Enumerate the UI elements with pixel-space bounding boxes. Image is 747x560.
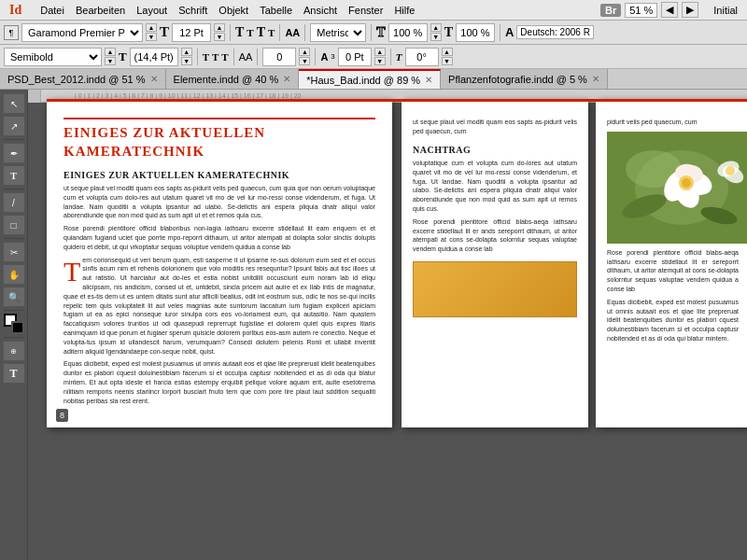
menu-fenster[interactable]: Fenster bbox=[343, 3, 388, 18]
zoom-tool[interactable]: 🔍 bbox=[3, 287, 25, 307]
T-icon-large: T bbox=[160, 24, 169, 40]
page-spread: Einiges zur aktuellen Kameratechnik Eini… bbox=[47, 99, 747, 427]
tracking-input[interactable] bbox=[262, 48, 296, 66]
T-icon-spaced3: T bbox=[257, 25, 265, 40]
font-style-arrows[interactable]: ▲ ▼ bbox=[146, 23, 157, 41]
pen-tool[interactable]: ✒ bbox=[3, 143, 25, 163]
font-size2-input[interactable] bbox=[130, 48, 178, 66]
scale-arrows[interactable]: ▲ ▼ bbox=[430, 23, 442, 41]
scissors-tool[interactable]: ✂ bbox=[3, 242, 25, 262]
tab-hausbad-label: *Haus_Bad.indd @ 89 % bbox=[306, 75, 420, 86]
rect-tool[interactable]: □ bbox=[3, 215, 25, 235]
tools-panel: ↖ ↗ ✒ T / □ ✂ ✋ 🔍 ⊕ T bbox=[0, 90, 28, 560]
superscript-icon: 3 bbox=[331, 52, 334, 61]
fill-stroke-indicator[interactable] bbox=[4, 314, 24, 334]
menu-objekt[interactable]: Objekt bbox=[213, 3, 254, 18]
T-icon-stretch: T bbox=[444, 25, 453, 40]
tab-pflanzen[interactable]: Pflanzenfotografie.indd @ 5 % ✕ bbox=[441, 69, 608, 89]
menu-bar: Id Datei Bearbeiten Layout Schrift Objek… bbox=[0, 0, 747, 21]
menu-hilfe[interactable]: Hilfe bbox=[388, 3, 420, 18]
font-style-select[interactable]: Semibold bbox=[4, 48, 102, 66]
units-select[interactable]: Metrisch bbox=[310, 23, 366, 42]
app-logo: Id bbox=[4, 1, 27, 20]
T-icon-spaced4: T bbox=[268, 27, 275, 38]
zoom-display[interactable]: 51 % bbox=[625, 3, 657, 18]
svg-point-12 bbox=[726, 166, 735, 175]
body-text-1: ut seque plaut vel moditi quam eos sapts… bbox=[63, 184, 375, 220]
style-label: Initial bbox=[708, 3, 743, 18]
line-tool[interactable]: / bbox=[3, 192, 25, 213]
menu-ansicht[interactable]: Ansicht bbox=[298, 3, 343, 18]
type-tool[interactable]: T bbox=[3, 165, 25, 186]
tab-psd-close[interactable]: ✕ bbox=[150, 74, 158, 84]
tab-hausbad-close[interactable]: ✕ bbox=[425, 75, 432, 85]
menu-layout[interactable]: Layout bbox=[131, 3, 173, 18]
tab-hausbad[interactable]: *Haus_Bad.indd @ 89 % ✕ bbox=[299, 69, 441, 89]
baseline-arrows[interactable]: ▲ ▼ bbox=[374, 48, 386, 65]
lang-select[interactable]: Deutsch: 2006 R bbox=[516, 25, 594, 39]
main-area: ↖ ↗ ✒ T / □ ✂ ✋ 🔍 ⊕ T | 0 | 1 | 2 | 3 | … bbox=[0, 90, 747, 560]
angle-input[interactable] bbox=[405, 48, 439, 66]
bridge-button[interactable]: Br bbox=[600, 4, 621, 17]
page-left: Einiges zur aktuellen Kameratechnik Eini… bbox=[47, 99, 392, 427]
size2-arrows[interactable]: ▲ ▼ bbox=[181, 48, 192, 65]
toolbar1: ¶ Garamond Premier Pro ▲ ▼ T ▲ ▼ T T T T… bbox=[0, 21, 747, 45]
direct-select-tool[interactable]: ↗ bbox=[3, 116, 25, 136]
far-right-body-3: Equas dicibebit, exped est molest pusuam… bbox=[607, 298, 739, 343]
tracking-arrows[interactable]: ▲ ▼ bbox=[299, 48, 310, 65]
drop-cap-text: em corionsequid ut veri berum quam, esti… bbox=[63, 257, 375, 355]
paragraph-format-icon: ¶ bbox=[4, 25, 19, 40]
right-body-1: ut seque plaut vel moditi quam eos sapts… bbox=[413, 118, 577, 136]
flower-image bbox=[607, 132, 747, 244]
tool-separator-2 bbox=[4, 189, 24, 189]
tab-psd-label: PSD_Best_2012.indd @ 51 % bbox=[7, 74, 146, 85]
AA-icon2: AA bbox=[239, 51, 253, 63]
tool-separator-1 bbox=[4, 139, 24, 140]
scale-h-input[interactable] bbox=[388, 23, 428, 42]
tab-elemente-label: Elemente.indd @ 40 % bbox=[174, 74, 279, 85]
T-icon-outline: T bbox=[376, 25, 385, 40]
page-right-2: pidurit velis ped quaecum, cum bbox=[596, 99, 747, 427]
drop-cap-paragraph: T em corionsequid ut veri berum quam, es… bbox=[63, 256, 375, 357]
menu-tabelle[interactable]: Tabelle bbox=[254, 3, 298, 18]
T-icon-tb: T bbox=[119, 49, 127, 64]
body-text-3: Equas dicibebit, exped est molest pusuam… bbox=[63, 359, 375, 405]
menu-schrift[interactable]: Schrift bbox=[173, 3, 213, 18]
far-right-top-rule bbox=[596, 99, 747, 102]
tab-elemente-close[interactable]: ✕ bbox=[283, 74, 290, 84]
tool-separator-3 bbox=[4, 238, 24, 239]
text-frame-tool[interactable]: T bbox=[3, 363, 25, 384]
angle-arrows[interactable]: ▲ ▼ bbox=[442, 48, 453, 65]
nav-arrow-left[interactable]: ◀ bbox=[661, 2, 678, 18]
top-right-controls: Br 51 % ◀ ▶ Initial bbox=[600, 2, 743, 18]
frame-tool[interactable]: ⊕ bbox=[3, 341, 25, 361]
menu-bearbeiten[interactable]: Bearbeiten bbox=[70, 3, 131, 18]
tab-elemente[interactable]: Elemente.indd @ 40 % ✕ bbox=[166, 69, 300, 89]
nachtrag-heading: Nachtrag bbox=[413, 144, 577, 157]
tab-psd[interactable]: PSD_Best_2012.indd @ 51 % ✕ bbox=[0, 69, 166, 89]
scale-v-input[interactable] bbox=[456, 23, 495, 42]
font-family-select[interactable]: Garamond Premier Pro bbox=[21, 23, 143, 42]
page-main-heading: Einiges zur aktuellen Kameratechnik bbox=[63, 118, 375, 161]
T-icon-sub: T bbox=[203, 51, 209, 63]
menu-datei[interactable]: Datei bbox=[35, 3, 70, 18]
hand-tool[interactable]: ✋ bbox=[3, 264, 25, 285]
nav-arrow-right[interactable]: ▶ bbox=[682, 2, 698, 18]
toolbar2: Semibold ▲ ▼ T ▲ ▼ T T T AA ▲ ▼ A 3 ▲ ▼ … bbox=[0, 45, 747, 69]
orange-box bbox=[413, 261, 577, 317]
font-size-input[interactable] bbox=[172, 23, 211, 42]
style-arrows[interactable]: ▲ ▼ bbox=[105, 48, 116, 65]
selection-tool[interactable]: ↖ bbox=[3, 93, 25, 114]
svg-point-9 bbox=[682, 178, 691, 188]
T-icon-sub3: T bbox=[221, 51, 228, 63]
T-icon-spaced2: T bbox=[247, 27, 253, 38]
tab-pflanzen-close[interactable]: ✕ bbox=[592, 74, 599, 84]
tab-pflanzen-label: Pflanzenfotografie.indd @ 5 % bbox=[448, 74, 587, 85]
canvas-area[interactable]: | 0 | 1 | 2 | 3 | 4 | 5 | 6 | 7 | 8 | 9 … bbox=[28, 90, 747, 560]
A-icon2: A bbox=[320, 51, 328, 63]
T-icon-sub2: T bbox=[212, 51, 218, 63]
baseline-input[interactable] bbox=[338, 48, 372, 66]
far-right-body-2: Rose porendi pientitore officid blabs-ae… bbox=[607, 248, 739, 294]
A-icon: A bbox=[505, 25, 514, 39]
font-size-arrows[interactable]: ▲ ▼ bbox=[214, 23, 225, 41]
